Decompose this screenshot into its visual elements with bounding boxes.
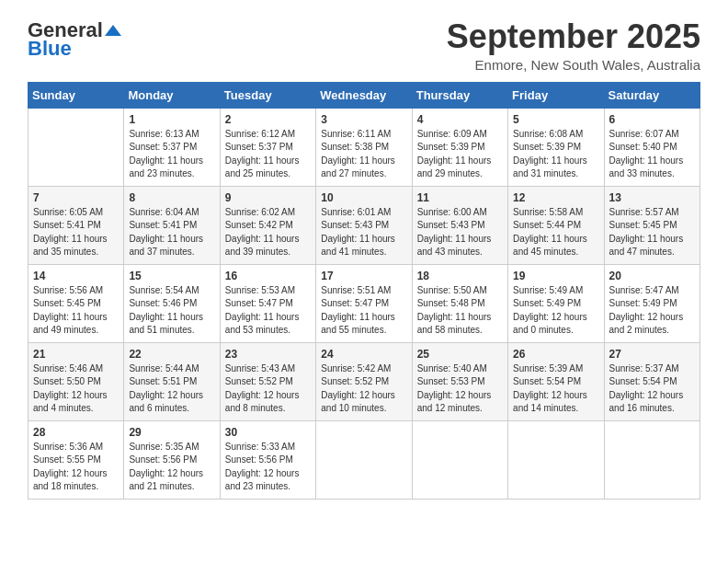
day-number: 8 — [129, 191, 214, 204]
day-info: Sunrise: 5:33 AMSunset: 5:56 PMDaylight:… — [225, 441, 311, 494]
day-info: Sunrise: 6:09 AMSunset: 5:39 PMDaylight:… — [417, 128, 503, 181]
day-number: 10 — [321, 191, 406, 204]
header-friday: Friday — [508, 82, 604, 108]
day-number: 19 — [513, 270, 598, 282]
logo-icon — [105, 22, 121, 39]
page-header: General Blue September 2025 Enmore, New … — [28, 18, 700, 73]
calendar-title: September 2025 — [447, 18, 700, 55]
day-info: Sunrise: 5:35 AMSunset: 5:56 PMDaylight:… — [129, 441, 214, 494]
day-number: 23 — [225, 348, 311, 361]
title-block: September 2025 Enmore, New South Wales, … — [447, 18, 700, 73]
calendar-cell: 2Sunrise: 6:12 AMSunset: 5:37 PMDaylight… — [220, 108, 315, 186]
day-info: Sunrise: 5:51 AMSunset: 5:47 PMDaylight:… — [321, 284, 406, 338]
calendar-cell: 12Sunrise: 5:58 AMSunset: 5:44 PMDayligh… — [508, 186, 604, 264]
day-number: 13 — [609, 191, 695, 204]
calendar-subtitle: Enmore, New South Wales, Australia — [447, 57, 700, 73]
day-info: Sunrise: 5:42 AMSunset: 5:52 PMDaylight:… — [321, 362, 406, 416]
header-saturday: Saturday — [604, 82, 700, 108]
calendar-cell: 8Sunrise: 6:04 AMSunset: 5:41 PMDaylight… — [124, 186, 220, 264]
day-number: 21 — [33, 348, 119, 361]
calendar-cell: 17Sunrise: 5:51 AMSunset: 5:47 PMDayligh… — [316, 264, 412, 342]
calendar-cell: 3Sunrise: 6:11 AMSunset: 5:38 PMDaylight… — [316, 108, 412, 186]
calendar-cell: 21Sunrise: 5:46 AMSunset: 5:50 PMDayligh… — [28, 342, 124, 420]
calendar-cell: 16Sunrise: 5:53 AMSunset: 5:47 PMDayligh… — [220, 264, 315, 342]
calendar-cell: 10Sunrise: 6:01 AMSunset: 5:43 PMDayligh… — [316, 186, 412, 264]
day-info: Sunrise: 6:07 AMSunset: 5:40 PMDaylight:… — [609, 128, 695, 181]
calendar-cell: 22Sunrise: 5:44 AMSunset: 5:51 PMDayligh… — [124, 342, 220, 420]
calendar-cell: 18Sunrise: 5:50 AMSunset: 5:48 PMDayligh… — [412, 264, 507, 342]
day-number: 9 — [225, 191, 311, 204]
calendar-cell — [316, 420, 412, 499]
day-number: 16 — [225, 270, 311, 282]
calendar-cell: 29Sunrise: 5:35 AMSunset: 5:56 PMDayligh… — [124, 420, 220, 499]
calendar-cell: 27Sunrise: 5:37 AMSunset: 5:54 PMDayligh… — [604, 342, 700, 420]
day-info: Sunrise: 6:11 AMSunset: 5:38 PMDaylight:… — [321, 128, 406, 181]
day-number: 14 — [33, 270, 119, 282]
calendar-cell — [604, 420, 700, 499]
calendar-cell: 15Sunrise: 5:54 AMSunset: 5:46 PMDayligh… — [124, 264, 220, 342]
day-info: Sunrise: 5:53 AMSunset: 5:47 PMDaylight:… — [225, 284, 311, 338]
calendar-header-row: SundayMondayTuesdayWednesdayThursdayFrid… — [28, 82, 700, 108]
day-number: 30 — [225, 426, 311, 439]
calendar-week-row: 21Sunrise: 5:46 AMSunset: 5:50 PMDayligh… — [28, 342, 700, 420]
calendar-cell: 30Sunrise: 5:33 AMSunset: 5:56 PMDayligh… — [220, 420, 315, 499]
day-number: 29 — [129, 426, 214, 439]
day-info: Sunrise: 6:12 AMSunset: 5:37 PMDaylight:… — [225, 128, 311, 181]
day-info: Sunrise: 5:57 AMSunset: 5:45 PMDaylight:… — [609, 206, 695, 259]
day-number: 25 — [417, 348, 503, 361]
calendar-cell: 14Sunrise: 5:56 AMSunset: 5:45 PMDayligh… — [28, 264, 124, 342]
calendar-cell: 13Sunrise: 5:57 AMSunset: 5:45 PMDayligh… — [604, 186, 700, 264]
logo: General Blue — [28, 18, 121, 61]
calendar-cell — [28, 108, 124, 186]
day-number: 20 — [609, 270, 695, 282]
day-number: 18 — [417, 270, 503, 282]
calendar-cell: 23Sunrise: 5:43 AMSunset: 5:52 PMDayligh… — [220, 342, 315, 420]
day-number: 27 — [609, 348, 695, 361]
logo-blue: Blue — [28, 37, 72, 61]
day-info: Sunrise: 6:00 AMSunset: 5:43 PMDaylight:… — [417, 206, 503, 259]
calendar-cell: 11Sunrise: 6:00 AMSunset: 5:43 PMDayligh… — [412, 186, 507, 264]
day-info: Sunrise: 5:47 AMSunset: 5:49 PMDaylight:… — [609, 284, 695, 338]
day-info: Sunrise: 5:46 AMSunset: 5:50 PMDaylight:… — [33, 362, 119, 416]
day-number: 28 — [33, 426, 119, 439]
day-number: 4 — [417, 113, 503, 126]
calendar-week-row: 28Sunrise: 5:36 AMSunset: 5:55 PMDayligh… — [28, 420, 700, 499]
day-info: Sunrise: 5:54 AMSunset: 5:46 PMDaylight:… — [129, 284, 214, 338]
calendar-cell: 6Sunrise: 6:07 AMSunset: 5:40 PMDaylight… — [604, 108, 700, 186]
day-info: Sunrise: 5:37 AMSunset: 5:54 PMDaylight:… — [609, 362, 695, 416]
calendar-cell: 9Sunrise: 6:02 AMSunset: 5:42 PMDaylight… — [220, 186, 315, 264]
day-number: 5 — [513, 113, 598, 126]
day-number: 3 — [321, 113, 406, 126]
day-info: Sunrise: 5:36 AMSunset: 5:55 PMDaylight:… — [33, 441, 119, 494]
day-info: Sunrise: 6:01 AMSunset: 5:43 PMDaylight:… — [321, 206, 406, 259]
day-info: Sunrise: 5:39 AMSunset: 5:54 PMDaylight:… — [513, 362, 598, 416]
day-info: Sunrise: 5:50 AMSunset: 5:48 PMDaylight:… — [417, 284, 503, 338]
calendar-cell: 19Sunrise: 5:49 AMSunset: 5:49 PMDayligh… — [508, 264, 604, 342]
calendar-week-row: 7Sunrise: 6:05 AMSunset: 5:41 PMDaylight… — [28, 186, 700, 264]
day-info: Sunrise: 6:08 AMSunset: 5:39 PMDaylight:… — [513, 128, 598, 181]
day-info: Sunrise: 5:58 AMSunset: 5:44 PMDaylight:… — [513, 206, 598, 259]
calendar-cell: 28Sunrise: 5:36 AMSunset: 5:55 PMDayligh… — [28, 420, 124, 499]
header-sunday: Sunday — [28, 82, 124, 108]
calendar-cell: 1Sunrise: 6:13 AMSunset: 5:37 PMDaylight… — [124, 108, 220, 186]
header-wednesday: Wednesday — [316, 82, 412, 108]
day-number: 12 — [513, 191, 598, 204]
day-info: Sunrise: 6:04 AMSunset: 5:41 PMDaylight:… — [129, 206, 214, 259]
day-number: 22 — [129, 348, 214, 361]
calendar-week-row: 1Sunrise: 6:13 AMSunset: 5:37 PMDaylight… — [28, 108, 700, 186]
day-number: 7 — [33, 191, 119, 204]
day-info: Sunrise: 5:44 AMSunset: 5:51 PMDaylight:… — [129, 362, 214, 416]
svg-marker-0 — [105, 25, 121, 36]
day-number: 2 — [225, 113, 311, 126]
day-info: Sunrise: 5:56 AMSunset: 5:45 PMDaylight:… — [33, 284, 119, 338]
header-thursday: Thursday — [412, 82, 507, 108]
calendar-cell: 26Sunrise: 5:39 AMSunset: 5:54 PMDayligh… — [508, 342, 604, 420]
day-number: 24 — [321, 348, 406, 361]
day-number: 17 — [321, 270, 406, 282]
calendar-cell: 5Sunrise: 6:08 AMSunset: 5:39 PMDaylight… — [508, 108, 604, 186]
calendar-cell: 7Sunrise: 6:05 AMSunset: 5:41 PMDaylight… — [28, 186, 124, 264]
calendar-cell: 24Sunrise: 5:42 AMSunset: 5:52 PMDayligh… — [316, 342, 412, 420]
day-number: 11 — [417, 191, 503, 204]
day-info: Sunrise: 6:13 AMSunset: 5:37 PMDaylight:… — [129, 128, 214, 181]
day-number: 6 — [609, 113, 695, 126]
